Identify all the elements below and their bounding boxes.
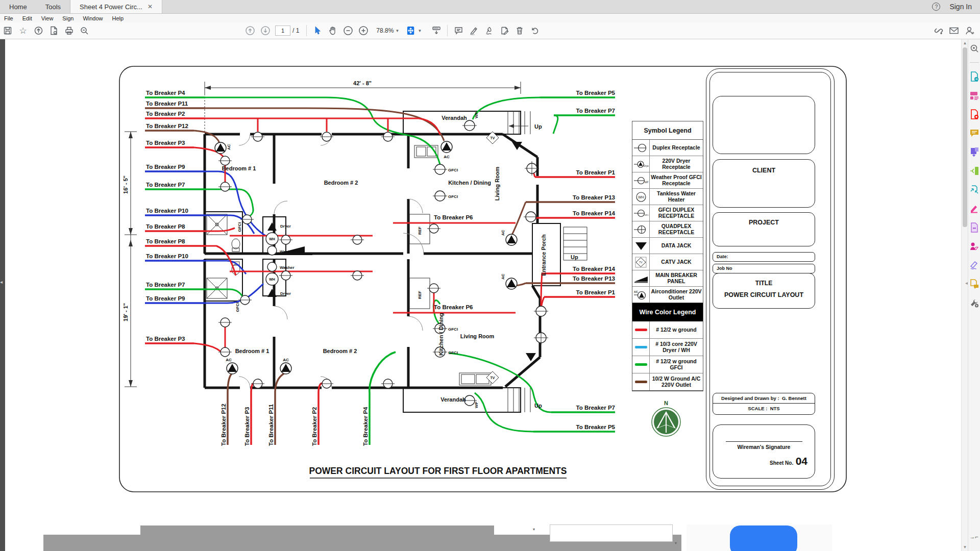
highlight-tool-button[interactable] — [466, 24, 481, 37]
tv-upper-label: TV — [491, 136, 495, 140]
delete-tool-button[interactable] — [512, 24, 527, 37]
menu-sign[interactable]: Sign — [58, 15, 78, 21]
page-number-input[interactable] — [275, 26, 290, 36]
svg-text:To Breaker P1: To Breaker P1 — [576, 169, 616, 176]
tab-home[interactable]: Home — [0, 0, 36, 13]
document-viewport[interactable]: ◂ text{font-family:"Liberation Sans",san… — [0, 39, 980, 551]
svg-text:To Breaker P12: To Breaker P12 — [146, 123, 188, 129]
legend-row: Dryer 220V Dryer Receptacle — [632, 156, 703, 172]
sheet-number: 04 — [796, 455, 807, 467]
fit-caret-icon[interactable]: ▼ — [418, 29, 422, 33]
symbol-legend: Symbol Legend Duplex Receptacle Dryer 22… — [632, 121, 703, 391]
select-tool-button[interactable] — [310, 24, 325, 37]
gfci-bath-upper-label: GFCI — [237, 222, 242, 232]
share-link-button[interactable] — [931, 24, 946, 37]
menu-file[interactable]: File — [0, 15, 18, 21]
tab-tools-label: Tools — [45, 3, 61, 11]
project-label: PROJECT — [713, 213, 815, 226]
search-tools-icon[interactable] — [969, 43, 979, 54]
menu-edit[interactable]: Edit — [18, 15, 37, 21]
background-window-fragment — [140, 525, 494, 551]
menu-bar: File Edit View Sign Window Help — [0, 14, 980, 22]
toolbar-divider — [447, 25, 448, 36]
svg-text:WP: WP — [645, 181, 648, 184]
acrobat-window: Home Tools Sheet 4 Power Circ... ✕ ? Sig… — [0, 0, 980, 551]
menu-view[interactable]: View — [37, 15, 58, 21]
fill-sign-panel-icon[interactable] — [969, 260, 979, 270]
dryer-lower-label: Dryer — [280, 291, 291, 296]
menu-help[interactable]: Help — [108, 15, 129, 21]
zoom-caret-icon[interactable]: ▼ — [395, 29, 399, 33]
fit-page-button[interactable]: ▼ — [406, 24, 422, 37]
next-page-button[interactable] — [258, 24, 273, 37]
help-icon[interactable]: ? — [932, 3, 940, 11]
organize-pages-icon[interactable] — [969, 166, 979, 176]
combine-files-icon[interactable] — [969, 147, 979, 157]
fill-sign-tool-button[interactable] — [481, 24, 497, 37]
vertical-scrollbar[interactable]: ▲ ▼ — [961, 39, 968, 551]
background-scroll-arrow-icon: ▾ — [675, 541, 677, 545]
ac5-label: AC — [226, 358, 232, 362]
tab-tools[interactable]: Tools — [36, 0, 70, 13]
tab-document[interactable]: Sheet 4 Power Circ... ✕ — [70, 0, 162, 13]
account-button[interactable] — [962, 24, 977, 37]
panel-divider — [970, 62, 979, 63]
verandah-bottom-label: Verandah — [440, 396, 466, 403]
certificates-icon[interactable] — [969, 241, 979, 252]
wh-lower-label: WH — [269, 278, 275, 281]
quadplex-receptacle-icon — [632, 221, 650, 237]
search-button[interactable] — [77, 24, 92, 37]
zoom-out-button[interactable] — [340, 24, 356, 37]
export-pdf-icon[interactable] — [969, 71, 979, 82]
send-for-comments-icon[interactable] — [969, 279, 979, 289]
washer-lower-label: Washer — [280, 265, 295, 270]
save-button[interactable] — [0, 24, 15, 37]
gfci-bath-lower-label: GFCI — [235, 302, 240, 312]
scrollbar-thumb[interactable] — [963, 47, 967, 227]
svg-text:To Breaker P8: To Breaker P8 — [146, 223, 185, 230]
legend-row: GFCI GFCI DUPLEX RECEPTACLE — [632, 205, 703, 221]
menu-window[interactable]: Window — [78, 15, 107, 21]
wp-bottom-label: WP — [474, 401, 479, 408]
star-icon: ☆ — [19, 27, 27, 35]
toolbar-toggle-button[interactable] — [429, 24, 444, 37]
tab-home-label: Home — [9, 3, 27, 11]
sheet-no-label: Sheet No. — [770, 460, 793, 466]
title-block-signature-box: Wireman's Signature Sheet No. 04 — [713, 424, 815, 479]
gfci-kitchen-upper1-label: GFCI — [448, 168, 458, 172]
email-button[interactable] — [946, 24, 962, 37]
compress-pdf-icon[interactable] — [969, 185, 979, 195]
bedroom2-upper-label: Bedroom # 2 — [324, 180, 358, 186]
up-porch-label: Up — [571, 254, 578, 260]
edit-page-tool-button[interactable] — [497, 24, 512, 37]
background-blue-button — [730, 525, 797, 551]
share-upload-button[interactable] — [31, 24, 46, 37]
edit-pdf-icon[interactable] — [969, 90, 979, 101]
living-lower-label: Living Room — [460, 333, 495, 339]
undo-tool-button[interactable] — [527, 24, 543, 37]
create-pdf-icon[interactable] — [969, 109, 979, 119]
weatherproof-gfci-icon: WP — [632, 172, 650, 188]
zoom-in-button[interactable] — [356, 24, 371, 37]
more-tools-icon[interactable] — [969, 298, 979, 308]
previous-page-button[interactable] — [242, 24, 258, 37]
comment-tool-button[interactable] — [451, 24, 466, 37]
panel-expand-icon[interactable]: →⌐ — [970, 534, 978, 540]
protect-pdf-icon[interactable] — [969, 222, 979, 233]
svg-text:A/C: A/C — [634, 291, 639, 293]
tankless-water-heater-icon: WH — [632, 189, 650, 205]
page-properties-button[interactable] — [46, 24, 61, 37]
comment-panel-icon[interactable] — [969, 128, 979, 138]
living-upper-label: Living Room — [494, 166, 500, 201]
svg-text:To Breaker P7: To Breaker P7 — [576, 108, 616, 114]
sign-in-button[interactable]: Sign In — [949, 3, 972, 11]
redact-icon[interactable] — [969, 204, 979, 214]
gfci-kitchen-lower1-label: GFCI — [448, 327, 458, 332]
wire-legend-row: 10/2 W Ground A/C 220V Outlet — [632, 373, 703, 391]
designed-by-label: Designed and Drawn by : — [721, 395, 779, 401]
zoom-level-value[interactable]: 78.8% — [376, 27, 394, 34]
print-button[interactable] — [61, 24, 77, 37]
hand-tool-button[interactable] — [325, 24, 340, 37]
tab-close-icon[interactable]: ✕ — [148, 3, 153, 10]
favorite-star-button[interactable]: ☆ — [15, 24, 31, 37]
